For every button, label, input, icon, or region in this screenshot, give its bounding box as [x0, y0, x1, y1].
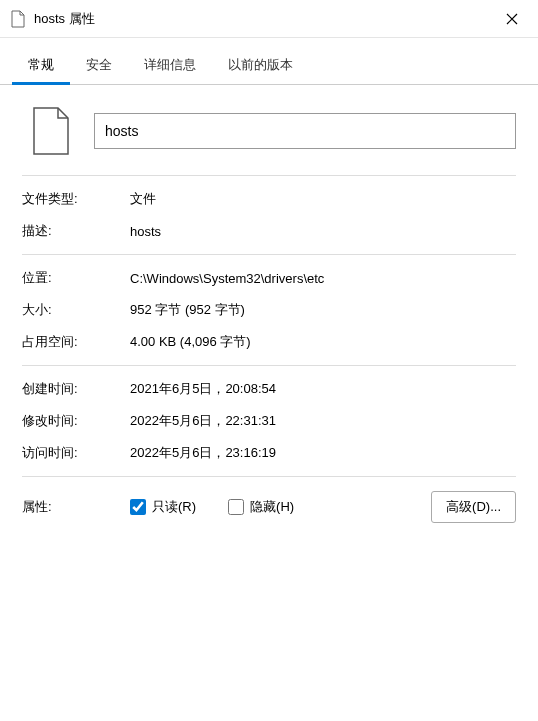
value-modified: 2022年5月6日，22:31:31 [130, 412, 516, 430]
tab-general[interactable]: 常规 [12, 48, 70, 85]
label-size-on-disk: 占用空间: [22, 333, 130, 351]
file-icon-large [28, 103, 74, 159]
hidden-checkbox[interactable] [228, 499, 244, 515]
value-created: 2021年6月5日，20:08:54 [130, 380, 516, 398]
file-header [22, 103, 516, 159]
close-button[interactable] [492, 4, 532, 34]
label-created: 创建时间: [22, 380, 130, 398]
advanced-button[interactable]: 高级(D)... [431, 491, 516, 523]
label-accessed: 访问时间: [22, 444, 130, 462]
row-location: 位置: C:\Windows\System32\drivers\etc [22, 269, 516, 287]
row-modified: 修改时间: 2022年5月6日，22:31:31 [22, 412, 516, 430]
tab-content: 文件类型: 文件 描述: hosts 位置: C:\Windows\System… [0, 85, 538, 721]
row-created: 创建时间: 2021年6月5日，20:08:54 [22, 380, 516, 398]
label-attributes: 属性: [22, 498, 130, 516]
file-icon [10, 9, 26, 29]
divider [22, 365, 516, 366]
window-title: hosts 属性 [34, 10, 492, 28]
tab-details[interactable]: 详细信息 [128, 48, 212, 85]
divider [22, 175, 516, 176]
hidden-label: 隐藏(H) [250, 498, 294, 516]
value-location: C:\Windows\System32\drivers\etc [130, 271, 516, 286]
row-size-on-disk: 占用空间: 4.00 KB (4,096 字节) [22, 333, 516, 351]
filename-input[interactable] [94, 113, 516, 149]
hidden-wrap[interactable]: 隐藏(H) [228, 498, 294, 516]
titlebar: hosts 属性 [0, 0, 538, 38]
row-size: 大小: 952 字节 (952 字节) [22, 301, 516, 319]
tab-security[interactable]: 安全 [70, 48, 128, 85]
label-modified: 修改时间: [22, 412, 130, 430]
tab-previous-versions[interactable]: 以前的版本 [212, 48, 309, 85]
value-accessed: 2022年5月6日，23:16:19 [130, 444, 516, 462]
row-description: 描述: hosts [22, 222, 516, 240]
row-accessed: 访问时间: 2022年5月6日，23:16:19 [22, 444, 516, 462]
attribute-boxes: 只读(R) 隐藏(H) 高级(D)... [130, 491, 516, 523]
value-size-on-disk: 4.00 KB (4,096 字节) [130, 333, 516, 351]
readonly-checkbox[interactable] [130, 499, 146, 515]
label-filetype: 文件类型: [22, 190, 130, 208]
divider [22, 254, 516, 255]
label-size: 大小: [22, 301, 130, 319]
readonly-wrap[interactable]: 只读(R) [130, 498, 196, 516]
tabs: 常规 安全 详细信息 以前的版本 [0, 38, 538, 85]
row-attributes: 属性: 只读(R) 隐藏(H) 高级(D)... [22, 491, 516, 523]
divider [22, 476, 516, 477]
properties-window: hosts 属性 常规 安全 详细信息 以前的版本 文件类型: 文件 [0, 0, 538, 721]
value-size: 952 字节 (952 字节) [130, 301, 516, 319]
readonly-label: 只读(R) [152, 498, 196, 516]
label-location: 位置: [22, 269, 130, 287]
label-description: 描述: [22, 222, 130, 240]
row-filetype: 文件类型: 文件 [22, 190, 516, 208]
value-filetype: 文件 [130, 190, 516, 208]
value-description: hosts [130, 224, 516, 239]
